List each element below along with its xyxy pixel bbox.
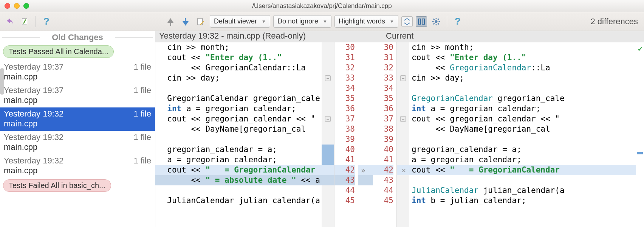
right-marker-strip[interactable]: ✔ bbox=[636, 42, 644, 227]
code-line[interactable]: cin >> day; bbox=[155, 73, 322, 83]
sidebar-header: Old Changes bbox=[0, 31, 155, 44]
gutter-cell bbox=[322, 165, 334, 175]
history-item[interactable]: Yesterday 19:371 filemain.cpp bbox=[0, 84, 155, 107]
collapse-unchanged-toggle[interactable] bbox=[401, 16, 413, 27]
help-icon-2[interactable]: ? bbox=[452, 16, 464, 28]
revert-icon[interactable] bbox=[4, 16, 16, 28]
code-line[interactable]: cout << gregorian_calendar << " bbox=[409, 114, 636, 124]
code-line[interactable]: a = gregorian_calendar; bbox=[409, 155, 636, 165]
gutter-cell bbox=[322, 145, 334, 155]
history-item-time: Yesterday 19:32 bbox=[4, 156, 63, 166]
svg-line-10 bbox=[438, 23, 439, 24]
line-number: 40 bbox=[373, 145, 393, 155]
code-line[interactable]: << DayName[gregorian_cal bbox=[155, 124, 322, 134]
gutter-cell bbox=[397, 185, 409, 196]
next-diff-icon[interactable] bbox=[180, 16, 192, 28]
code-line[interactable]: cout << "Enter day (1.." bbox=[155, 53, 322, 63]
fold-icon[interactable]: – bbox=[325, 116, 331, 122]
apply-diff-icon[interactable]: » bbox=[361, 166, 365, 175]
window-maximize-button[interactable] bbox=[23, 3, 29, 9]
sync-scroll-toggle[interactable] bbox=[416, 16, 427, 27]
tests-passed-pill[interactable]: Tests Passed All in Calenda... bbox=[3, 45, 114, 58]
code-line[interactable]: int a = gregorian_calendar; bbox=[409, 104, 636, 114]
patch-icon[interactable] bbox=[19, 16, 31, 28]
history-item-meta: 1 file bbox=[134, 156, 151, 166]
history-item-file: main.cpp bbox=[4, 119, 151, 129]
line-number: 39 bbox=[373, 134, 393, 145]
settings-icon[interactable] bbox=[430, 16, 442, 28]
edit-source-icon[interactable] bbox=[195, 16, 207, 28]
tests-failed-pill[interactable]: Tests Failed All in basic_ch... bbox=[3, 179, 111, 192]
svg-rect-3 bbox=[422, 19, 424, 24]
help-icon[interactable]: ? bbox=[40, 16, 53, 28]
line-number: 42 bbox=[334, 165, 355, 175]
code-line[interactable] bbox=[409, 83, 636, 93]
ignore-dropdown[interactable]: Do not ignore ▼ bbox=[273, 15, 331, 28]
gutter-cell: – bbox=[397, 114, 409, 124]
code-line[interactable]: cout << " = GregorianCalendar bbox=[409, 165, 636, 175]
code-line[interactable]: gregorian_calendar = a; bbox=[409, 145, 636, 155]
gutter-cell bbox=[322, 42, 334, 53]
history-item-time: Yesterday 19:32 bbox=[4, 132, 63, 142]
code-line[interactable]: cout << gregorian_calendar << " bbox=[155, 114, 322, 124]
code-line[interactable]: cout << "Enter day (1.." bbox=[409, 53, 636, 63]
window-close-button[interactable] bbox=[5, 3, 10, 9]
line-number: 44 bbox=[373, 185, 393, 196]
code-line[interactable]: << DayName[gregorian_cal bbox=[409, 124, 636, 134]
line-number: 45 bbox=[334, 196, 355, 206]
fold-icon[interactable]: – bbox=[400, 116, 406, 122]
diff-body: cin >> month; cout << "Enter day (1.." <… bbox=[155, 42, 644, 227]
diff-count-label: 2 differences bbox=[590, 17, 640, 26]
window-titlebar: /Users/anastasiakazakova/prj/Calendar/ma… bbox=[0, 0, 644, 12]
code-line[interactable]: int b = julian_calendar; bbox=[409, 196, 636, 206]
window-minimize-button[interactable] bbox=[14, 3, 20, 9]
code-line[interactable] bbox=[155, 83, 322, 93]
sidebar-scrollbar[interactable] bbox=[0, 68, 4, 95]
line-number: 42 bbox=[373, 165, 393, 175]
gutter-cell bbox=[397, 196, 409, 206]
gutter-cell bbox=[322, 185, 334, 196]
code-line[interactable] bbox=[409, 175, 636, 185]
code-line[interactable]: JulianCalendar julian_calendar(a bbox=[409, 185, 636, 196]
history-item[interactable]: Yesterday 19:321 filemain.cpp bbox=[0, 154, 155, 178]
code-line[interactable] bbox=[155, 134, 322, 145]
prev-diff-icon[interactable] bbox=[164, 16, 176, 28]
code-line[interactable] bbox=[155, 185, 322, 196]
code-line[interactable]: int a = gregorian_calendar; bbox=[155, 104, 322, 114]
code-line[interactable]: cout << " = GregorianCalendar bbox=[155, 165, 322, 175]
fold-icon[interactable]: – bbox=[400, 75, 406, 81]
history-item-time: Yesterday 19:37 bbox=[4, 62, 63, 72]
fold-icon[interactable]: – bbox=[325, 75, 331, 81]
code-line[interactable]: GregorianCalendar gregorian_cale bbox=[409, 93, 636, 104]
code-line[interactable] bbox=[409, 134, 636, 145]
ignore-dropdown-label: Do not ignore bbox=[277, 17, 318, 25]
discard-diff-icon[interactable]: ✕ bbox=[402, 166, 406, 174]
code-line[interactable]: << GregorianCalendar::La bbox=[409, 63, 636, 73]
code-line[interactable]: cin >> month; bbox=[155, 42, 322, 53]
code-line[interactable]: a = gregorian_calendar; bbox=[155, 155, 322, 165]
code-line[interactable]: JulianCalendar julian_calendar(a bbox=[155, 196, 322, 206]
code-line[interactable]: gregorian_calendar = a; bbox=[155, 145, 322, 155]
line-number: 39 bbox=[334, 134, 355, 145]
diff-marker[interactable] bbox=[637, 152, 643, 154]
history-sidebar: Old Changes Tests Passed All in Calenda.… bbox=[0, 31, 155, 227]
code-line[interactable]: << " = absolute date " << a bbox=[155, 175, 322, 185]
history-item[interactable]: Yesterday 19:371 filemain.cpp bbox=[0, 61, 155, 84]
gutter-cell bbox=[322, 83, 334, 93]
highlight-dropdown[interactable]: Highlight words ▼ bbox=[334, 15, 398, 28]
code-line[interactable]: GregorianCalendar gregorian_cale bbox=[155, 93, 322, 104]
line-number: 40 bbox=[334, 145, 355, 155]
history-item-file: main.cpp bbox=[4, 166, 151, 176]
code-line[interactable]: cin >> day; bbox=[409, 73, 636, 83]
history-item-time: Yesterday 19:32 bbox=[4, 109, 63, 119]
line-number: 35 bbox=[373, 93, 393, 104]
viewer-dropdown[interactable]: Default viewer ▼ bbox=[210, 15, 270, 28]
history-item[interactable]: Yesterday 19:321 filemain.cpp bbox=[0, 131, 155, 154]
code-line[interactable]: << GregorianCalendar::La bbox=[155, 63, 322, 73]
highlight-dropdown-label: Highlight words bbox=[339, 17, 385, 25]
svg-rect-2 bbox=[418, 19, 421, 24]
history-item[interactable]: Yesterday 19:321 filemain.cpp bbox=[0, 107, 155, 131]
code-line[interactable]: cin >> month; bbox=[409, 42, 636, 53]
line-number: 30 bbox=[373, 42, 393, 53]
history-item-meta: 1 file bbox=[134, 86, 151, 95]
